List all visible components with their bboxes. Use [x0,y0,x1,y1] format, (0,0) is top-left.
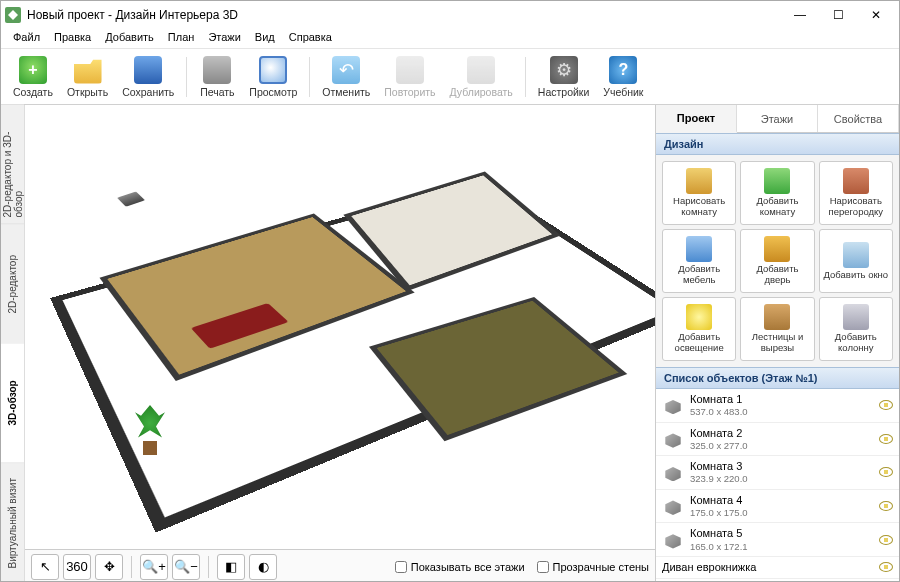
stairs-cutouts-button[interactable]: Лестницы и вырезы [740,297,814,361]
object-dimensions: 165.0 x 172.1 [690,541,873,552]
preview-icon [259,56,287,84]
object-name: Комната 1 [690,393,873,406]
toolbar-label: Создать [13,86,53,98]
toolbar-undo-button[interactable]: Отменить [316,52,376,102]
add-room-icon [764,168,790,194]
menu-Правка[interactable]: Правка [48,29,97,48]
checkbox-input[interactable] [537,561,549,573]
toolcard-label: Добавить колонну [822,332,890,354]
viewport-3d[interactable]: ↖360✥🔍+🔍−◧◐Показывать все этажиПрозрачны… [25,105,655,582]
view-tool-1[interactable]: ◧ [217,554,245,580]
design-tool-grid: Нарисовать комнатуДобавить комнатуНарисо… [656,155,899,367]
checkbox-label: Показывать все этажи [411,561,525,573]
object-row[interactable]: Комната 1537.0 x 483.0 [656,389,899,423]
toolbar-separator [186,57,187,97]
left-tab[interactable]: Виртуальный визит [1,464,24,583]
add-window-icon [843,242,869,268]
visibility-eye-icon[interactable] [879,501,893,511]
menubar: ФайлПравкаДобавитьПланЭтажиВидСправка [1,29,899,49]
dup-icon [467,56,495,84]
object-text: Комната 5165.0 x 172.1 [690,527,873,552]
checkbox-input[interactable] [395,561,407,573]
menu-Файл[interactable]: Файл [7,29,46,48]
viewport-toolbar: ↖360✥🔍+🔍−◧◐Показывать все этажиПрозрачны… [25,549,655,582]
add-lighting-button[interactable]: Добавить освещение [662,297,736,361]
visibility-eye-icon[interactable] [879,400,893,410]
add-room-button[interactable]: Добавить комнату [740,161,814,225]
visibility-eye-icon[interactable] [879,467,893,477]
add-column-button[interactable]: Добавить колонну [819,297,893,361]
checkbox-Показывать все этажи[interactable]: Показывать все этажи [395,561,525,573]
visibility-eye-icon[interactable] [879,535,893,545]
toolbar-open-button[interactable]: Открыть [61,52,114,102]
right-panel: ПроектЭтажиСвойства Дизайн Нарисовать ко… [655,105,899,582]
visibility-eye-icon[interactable] [879,434,893,444]
menu-Вид[interactable]: Вид [249,29,281,48]
object-row[interactable]: Комната 2325.0 x 277.0 [656,423,899,457]
object-icon [662,463,684,481]
save-icon [134,56,162,84]
objects-header: Список объектов (Этаж №1) [656,367,899,389]
zoom-out[interactable]: 🔍− [172,554,200,580]
right-tab-Проект[interactable]: Проект [656,105,737,133]
object-name: Комната 2 [690,427,873,440]
close-button[interactable]: ✕ [857,3,895,27]
object-dimensions: 323.9 x 220.0 [690,473,873,484]
object-name: Комната 3 [690,460,873,473]
checkbox-Прозрачные стены[interactable]: Прозрачные стены [537,561,649,573]
object-row[interactable]: Комната 4175.0 x 175.0 [656,490,899,524]
left-tabs: 2D-редактор и 3D-обзор2D-редактор3D-обзо… [1,105,25,582]
toolbar-preview-button[interactable]: Просмотр [243,52,303,102]
object-name: Комната 5 [690,527,873,540]
toolbar-help-button[interactable]: Учебник [597,52,649,102]
object-icon [662,531,684,549]
orbit-tool[interactable]: 360 [63,554,91,580]
left-tab[interactable]: 2D-редактор [1,225,24,345]
toolbar-settings-button[interactable]: Настройки [532,52,596,102]
object-row[interactable]: Диван еврокнижка [656,557,899,579]
draw-room-button[interactable]: Нарисовать комнату [662,161,736,225]
menu-Добавить[interactable]: Добавить [99,29,160,48]
toolbar-separator [309,57,310,97]
object-row[interactable]: Комната 3323.9 x 220.0 [656,456,899,490]
cursor-tool[interactable]: ↖ [31,554,59,580]
add-window-button[interactable]: Добавить окно [819,229,893,293]
left-tab[interactable]: 3D-обзор [1,344,24,464]
toolbar-label: Учебник [603,86,643,98]
settings-icon [550,56,578,84]
toolbar-save-button[interactable]: Сохранить [116,52,180,102]
zoom-in[interactable]: 🔍+ [140,554,168,580]
add-door-button[interactable]: Добавить дверь [740,229,814,293]
toolcard-label: Добавить дверь [743,264,811,286]
view-tool-2[interactable]: ◐ [249,554,277,580]
right-tabs: ПроектЭтажиСвойства [656,105,899,133]
left-tab[interactable]: 2D-редактор и 3D-обзор [1,105,24,225]
add-furniture-button[interactable]: Добавить мебель [662,229,736,293]
menu-Справка[interactable]: Справка [283,29,338,48]
menu-Этажи[interactable]: Этажи [202,29,246,48]
draw-partition-button[interactable]: Нарисовать перегородку [819,161,893,225]
object-list[interactable]: Комната 1537.0 x 483.0Комната 2325.0 x 2… [656,389,899,582]
object-dimensions: 537.0 x 483.0 [690,406,873,417]
maximize-button[interactable]: ☐ [819,3,857,27]
minimize-button[interactable]: — [781,3,819,27]
pan-tool[interactable]: ✥ [95,554,123,580]
toolbar-label: Открыть [67,86,108,98]
object-row[interactable]: Комната 5165.0 x 172.1 [656,523,899,557]
help-icon [609,56,637,84]
visibility-eye-icon[interactable] [879,562,893,572]
toolcard-label: Добавить мебель [665,264,733,286]
window-title: Новый проект - Дизайн Интерьера 3D [27,8,238,22]
redo-icon [396,56,424,84]
draw-room-icon [686,168,712,194]
object-icon [662,430,684,448]
object-text: Комната 1537.0 x 483.0 [690,393,873,418]
checkbox-label: Прозрачные стены [553,561,649,573]
right-tab-Этажи[interactable]: Этажи [737,105,818,132]
menu-План[interactable]: План [162,29,201,48]
open-icon [74,56,102,84]
add-door-icon [764,236,790,262]
toolbar-print-button[interactable]: Печать [193,52,241,102]
right-tab-Свойства[interactable]: Свойства [818,105,899,132]
toolbar-create-button[interactable]: Создать [7,52,59,102]
